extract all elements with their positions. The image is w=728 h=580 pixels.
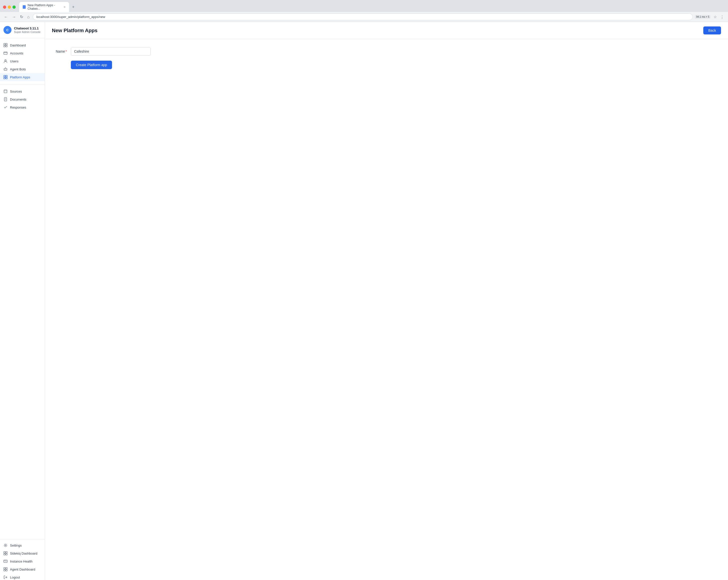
forward-nav-button[interactable]: →	[11, 14, 17, 20]
instance-health-icon	[3, 559, 7, 563]
tab-title: New Platform Apps - Chatwo...	[28, 3, 61, 10]
app-subtitle: Super Admin Console	[14, 30, 41, 33]
sidebar-item-label: Logout	[10, 576, 20, 579]
address-bar[interactable]: localhost:3000/super_admin/platform_apps…	[33, 14, 693, 20]
sidebar-divider	[0, 84, 45, 84]
tab-favicon	[23, 5, 26, 9]
sidebar-item-sidekiq[interactable]: Sidekiq Dashboard	[0, 549, 45, 557]
sidebar-item-logout[interactable]: Logout	[0, 573, 45, 580]
svg-point-9	[5, 67, 6, 68]
svg-rect-4	[4, 52, 7, 54]
sidebar-item-agent-dashboard[interactable]: Agent Dashboard	[0, 565, 45, 573]
back-nav-button[interactable]: ←	[3, 14, 9, 20]
sidebar-item-sources[interactable]: Sources	[0, 87, 45, 95]
sidebar: C Chatwoot 3.11.1 Super Admin Console Da…	[0, 22, 45, 580]
svg-rect-1	[6, 44, 7, 45]
svg-point-16	[5, 545, 6, 546]
reload-button[interactable]: ↻	[19, 14, 24, 20]
sidebar-item-label: Instance Health	[10, 559, 32, 563]
sidebar-primary-section: Dashboard Accounts Users	[0, 40, 45, 82]
sidebar-app-info: Chatwoot 3.11.1 Super Admin Console	[14, 26, 41, 33]
sidebar-item-instance-health[interactable]: Instance Health	[0, 557, 45, 565]
svg-rect-0	[4, 44, 5, 45]
sidebar-item-label: Users	[10, 59, 19, 63]
svg-rect-17	[4, 552, 5, 553]
sidekiq-icon	[3, 551, 7, 555]
svg-rect-2	[4, 45, 5, 47]
new-tab-button[interactable]: +	[71, 5, 76, 9]
traffic-light-red[interactable]	[3, 5, 6, 9]
agent-dashboard-icon	[3, 567, 7, 571]
svg-rect-24	[4, 570, 5, 571]
main-content: New Platform Apps Back Name* Create Plat…	[45, 22, 728, 580]
sidebar-secondary-section: Sources Documents Responses	[0, 86, 45, 112]
svg-rect-3	[6, 45, 7, 47]
documents-icon	[3, 97, 7, 101]
performance-badge: 94.1 ms × 5	[695, 15, 710, 19]
name-label: Name*	[52, 49, 67, 53]
svg-rect-13	[6, 77, 7, 79]
sidebar-item-label: Settings	[10, 544, 22, 547]
active-tab[interactable]: New Platform Apps - Chatwo... ✕	[19, 2, 69, 12]
sidebar-nav: Dashboard Accounts Users	[0, 38, 45, 539]
logout-icon	[3, 575, 7, 579]
name-form-row: Name*	[52, 47, 721, 56]
tab-close-button[interactable]: ✕	[63, 5, 66, 9]
svg-rect-25	[6, 570, 7, 571]
avatar: C	[3, 26, 11, 34]
home-button[interactable]: ⌂	[26, 14, 31, 20]
sidebar-item-label: Documents	[10, 98, 26, 101]
platform-apps-icon	[3, 75, 7, 79]
sidebar-item-label: Sources	[10, 90, 22, 93]
required-indicator: *	[66, 49, 67, 53]
svg-point-7	[5, 69, 5, 70]
name-input[interactable]	[71, 47, 151, 56]
page-title: New Platform Apps	[52, 28, 98, 33]
svg-rect-19	[4, 554, 5, 555]
sidebar-item-label: Sidekiq Dashboard	[10, 552, 37, 555]
sidebar-item-settings[interactable]: Settings	[0, 541, 45, 549]
sidebar-item-dashboard[interactable]: Dashboard	[0, 41, 45, 49]
svg-rect-6	[4, 68, 7, 70]
svg-rect-11	[6, 75, 7, 77]
svg-rect-23	[6, 568, 7, 569]
sidebar-item-label: Agent Bots	[10, 67, 26, 71]
svg-rect-12	[4, 77, 5, 79]
accounts-icon	[3, 51, 7, 55]
svg-rect-10	[4, 75, 5, 77]
users-icon	[3, 59, 7, 63]
svg-point-8	[6, 69, 6, 70]
traffic-light-green[interactable]	[12, 5, 16, 9]
app-name: Chatwoot 3.11.1	[14, 26, 41, 30]
sidebar-bottom: Settings Sidekiq Dashboard Instance Heal…	[0, 539, 45, 580]
sidebar-item-label: Responses	[10, 106, 26, 109]
sources-icon	[3, 89, 7, 93]
responses-icon	[3, 105, 7, 109]
sidebar-item-documents[interactable]: Documents	[0, 95, 45, 103]
svg-rect-22	[4, 568, 5, 569]
svg-rect-20	[6, 554, 7, 555]
sidebar-item-label: Platform Apps	[10, 75, 30, 79]
main-header: New Platform Apps Back	[45, 22, 728, 39]
sidebar-item-users[interactable]: Users	[0, 57, 45, 65]
extensions-button[interactable]: ⋮	[719, 14, 725, 20]
svg-point-5	[5, 60, 6, 61]
agent-bots-icon	[3, 67, 7, 71]
svg-rect-18	[6, 552, 7, 553]
url-text: localhost:3000/super_admin/platform_apps…	[36, 15, 105, 19]
bookmark-button[interactable]: ☆	[712, 14, 718, 20]
svg-rect-14	[4, 90, 7, 93]
sidebar-item-agent-bots[interactable]: Agent Bots	[0, 65, 45, 73]
sidebar-item-responses[interactable]: Responses	[0, 103, 45, 111]
sidebar-item-label: Accounts	[10, 51, 23, 55]
sidebar-item-label: Agent Dashboard	[10, 568, 35, 571]
sidebar-item-accounts[interactable]: Accounts	[0, 49, 45, 57]
sidebar-item-label: Dashboard	[10, 44, 26, 47]
traffic-light-yellow[interactable]	[8, 5, 11, 9]
sidebar-item-platform-apps[interactable]: Platform Apps	[0, 73, 45, 81]
main-body: Name* Create Platform app	[45, 39, 728, 580]
settings-icon	[3, 543, 7, 547]
dashboard-icon	[3, 43, 7, 47]
create-platform-app-button[interactable]: Create Platform app	[71, 61, 112, 69]
back-button[interactable]: Back	[703, 26, 721, 34]
